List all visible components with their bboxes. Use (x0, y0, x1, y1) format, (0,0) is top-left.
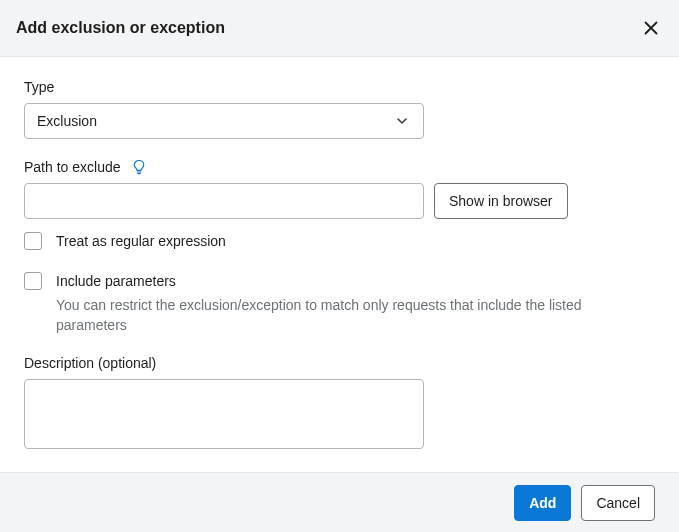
dialog-header: Add exclusion or exception (0, 0, 679, 57)
type-select-value: Exclusion (37, 113, 393, 129)
dialog-title: Add exclusion or exception (16, 19, 225, 37)
cancel-button[interactable]: Cancel (581, 485, 655, 521)
include-params-checkbox[interactable] (24, 272, 42, 290)
regex-label: Treat as regular expression (56, 231, 655, 251)
dialog-footer: Add Cancel (0, 472, 679, 532)
include-params-help: You can restrict the exclusion/exception… (56, 295, 655, 335)
path-label: Path to exclude (24, 159, 655, 175)
description-label: Description (optional) (24, 355, 655, 371)
chevron-down-icon (393, 112, 411, 130)
regex-checkbox-row: Treat as regular expression (24, 231, 655, 251)
type-label: Type (24, 79, 655, 95)
description-section: Description (optional) (24, 355, 655, 452)
include-params-label: Include parameters (56, 271, 655, 291)
path-input[interactable] (24, 183, 424, 219)
show-in-browser-button[interactable]: Show in browser (434, 183, 568, 219)
close-icon (643, 20, 659, 36)
include-params-checkbox-row: Include parameters You can restrict the … (24, 271, 655, 335)
type-section: Type Exclusion (24, 79, 655, 139)
path-label-text: Path to exclude (24, 159, 121, 175)
lightbulb-icon[interactable] (131, 159, 147, 175)
include-params-section: Include parameters You can restrict the … (24, 271, 655, 335)
dialog-body: Type Exclusion Path to exclude Show (0, 57, 679, 452)
type-select[interactable]: Exclusion (24, 103, 424, 139)
description-textarea[interactable] (24, 379, 424, 449)
path-section: Path to exclude Show in browser Treat as… (24, 159, 655, 251)
add-button[interactable]: Add (514, 485, 571, 521)
close-button[interactable] (639, 16, 663, 40)
regex-checkbox[interactable] (24, 232, 42, 250)
